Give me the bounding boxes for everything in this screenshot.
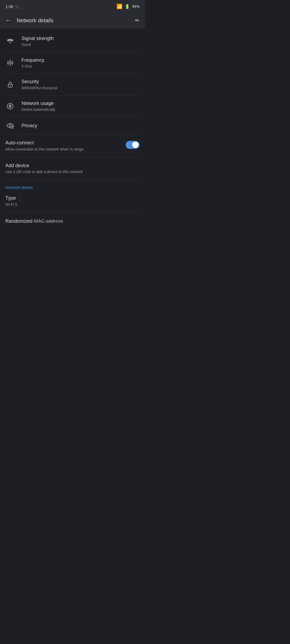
toggle-knob — [132, 142, 139, 148]
auto-connect-title: Auto-connect — [5, 140, 119, 146]
security-title: Security — [21, 79, 140, 85]
svg-point-3 — [9, 125, 11, 127]
time: 1:36 — [5, 4, 13, 9]
content: Signal strength Good Frequency 5 GHz — [0, 28, 145, 233]
battery-status-icon: 🔋 — [125, 4, 130, 9]
mac-address-row: Randomized MAC address — [0, 211, 145, 231]
wifi-signal-icon — [5, 38, 15, 44]
frequency-icon — [5, 59, 15, 67]
mac-address-strikethrough: MAC address — [34, 218, 63, 224]
privacy-title: Privacy — [21, 123, 140, 129]
status-left: 1:36 ╲ ╲ — [5, 4, 19, 9]
privacy-text: Privacy — [21, 123, 140, 129]
signal-strength-title: Signal strength — [21, 35, 140, 42]
type-title: Type — [5, 195, 16, 201]
svg-point-1 — [10, 85, 10, 86]
edit-button[interactable]: ✏ — [135, 17, 140, 24]
add-device-row[interactable]: Add device Use a QR code to add a device… — [0, 157, 145, 180]
type-subtitle: Wi-Fi 5 — [5, 202, 17, 207]
wifi-status-icon: 📶 — [117, 3, 122, 9]
frequency-title: Frequency — [21, 57, 140, 63]
network-usage-subtitle: Detect automatically — [21, 107, 140, 112]
svg-rect-4 — [12, 127, 13, 129]
app-bar-left: ← Network details — [5, 17, 53, 24]
network-usage-title: Network usage — [21, 100, 140, 107]
network-usage-text: Network usage Detect automatically — [21, 100, 140, 112]
back-button[interactable]: ← — [5, 17, 11, 24]
signal-strength-subtitle: Good — [21, 42, 140, 47]
mac-address-title: Randomized MAC address — [5, 218, 140, 224]
add-device-title: Add device — [5, 163, 140, 169]
auto-connect-toggle-container — [126, 140, 140, 149]
lock-icon — [5, 81, 15, 88]
signal-strength-row[interactable]: Signal strength Good — [0, 31, 145, 52]
network-usage-row[interactable]: Network usage Detect automatically — [0, 96, 145, 117]
signal-strength-text: Signal strength Good — [21, 35, 140, 47]
privacy-row[interactable]: Privacy — [0, 117, 145, 134]
eye-lock-icon — [5, 122, 15, 129]
add-device-text: Add device Use a QR code to add a device… — [5, 163, 140, 174]
dollar-icon — [5, 103, 15, 110]
security-text: Security WPA/WPA2-Personal — [21, 79, 140, 90]
battery-percentage: 99% — [132, 4, 140, 9]
security-subtitle: WPA/WPA2-Personal — [21, 86, 140, 90]
app-bar: ← Network details ✏ — [0, 12, 145, 28]
network-details-section-header: Network details — [0, 180, 145, 192]
signal-cross-icons: ╲ ╲ — [15, 5, 19, 9]
type-row: Type Wi-Fi 5 — [0, 192, 145, 211]
auto-connect-subtitle: Allow connection to this network when in… — [5, 147, 91, 152]
auto-connect-text: Auto-connect Allow connection to this ne… — [5, 140, 119, 152]
add-device-subtitle: Use a QR code to add a device to this ne… — [5, 169, 140, 174]
frequency-subtitle: 5 GHz — [21, 64, 140, 69]
status-right: 📶 🔋 99% — [117, 3, 140, 9]
auto-connect-toggle[interactable] — [126, 141, 140, 149]
frequency-text: Frequency 5 GHz — [21, 57, 140, 69]
mac-address-text: Randomized MAC address — [5, 218, 140, 224]
auto-connect-row[interactable]: Auto-connect Allow connection to this ne… — [0, 134, 145, 157]
frequency-row[interactable]: Frequency 5 GHz — [0, 52, 145, 74]
security-row[interactable]: Security WPA/WPA2-Personal — [0, 74, 145, 95]
app-bar-title: Network details — [17, 17, 53, 24]
mac-address-prefix: Randomized — [5, 218, 32, 224]
status-bar: 1:36 ╲ ╲ 📶 🔋 99% — [0, 0, 145, 12]
